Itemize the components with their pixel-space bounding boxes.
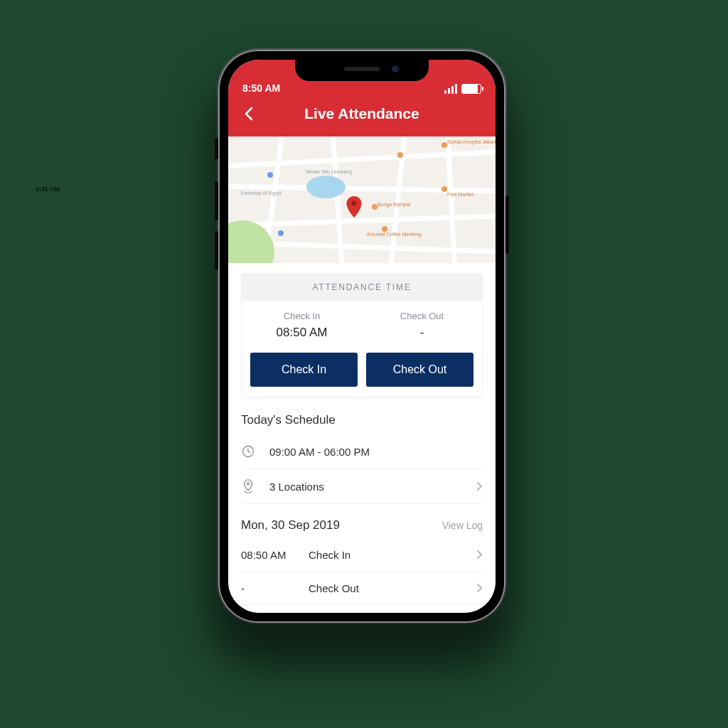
log-date: Mon, 30 Sep 2019 [241,518,340,532]
check-out-label: Check Out [362,311,482,321]
stray-time-label: 9:41 AM [36,186,60,193]
chevron-right-icon [476,583,483,593]
map-poi-label: Taman Situ Lembang [305,169,352,174]
power-button [505,196,509,254]
chevron-right-icon [476,550,483,560]
log-entry-row[interactable]: 08:50 AM Check In [241,538,483,572]
log-entry-action: Check In [309,549,476,561]
location-icon [241,478,269,494]
volume-up-button [215,181,218,220]
svg-point-0 [352,201,357,206]
map-poi-label: Bunga Rampai [378,202,410,207]
chevron-left-icon [244,107,253,121]
check-in-label: Check In [242,311,362,321]
clock-icon [241,444,269,459]
attendance-card: ATTENDANCE TIME Check In 08:50 AM Check … [241,273,483,397]
log-entry-action: Check Out [309,582,476,594]
schedule-hours-text: 09:00 AM - 06:00 PM [269,446,483,458]
map-poi-label: Embassy of Egypt [241,191,281,196]
chevron-right-icon [476,481,483,491]
page-title: Live Attendance [304,105,419,122]
volume-down-button [215,231,218,270]
map-view[interactable]: Bunda Hospital Jakarta Bunga Rampai Anom… [228,136,496,263]
map-poi-label: Flea Market [447,192,473,197]
nav-bar: Live Attendance [228,94,496,134]
log-entry-time: 08:50 AM [241,549,309,561]
log-entry-time: - [241,582,309,594]
notch [295,60,429,81]
content-area: ATTENDANCE TIME Check In 08:50 AM Check … [228,263,496,613]
phone-frame: 8:50 AM Live Attendance [218,50,505,623]
status-time: 8:50 AM [242,82,280,94]
check-out-value: - [362,326,482,340]
schedule-locations-row[interactable]: 3 Locations [241,469,483,504]
check-out-display: Check Out - [362,311,482,340]
view-log-button[interactable]: View Log [442,520,483,531]
check-in-button[interactable]: Check In [250,353,358,387]
attendance-card-header: ATTENDANCE TIME [242,274,482,301]
schedule-locations-text: 3 Locations [269,481,476,493]
schedule-hours-row: 09:00 AM - 06:00 PM [241,434,483,469]
schedule-title: Today's Schedule [241,413,483,427]
mute-switch [215,138,218,159]
battery-icon [461,84,481,94]
map-poi-label: Bunda Hospital Jakarta [447,139,496,144]
signal-icon [444,84,457,94]
svg-point-2 [247,483,249,485]
map-poi-label: Anomali Coffee Menteng [367,232,422,237]
map-pin-icon [346,196,362,218]
check-in-display: Check In 08:50 AM [242,311,362,340]
check-out-button[interactable]: Check Out [366,353,473,387]
log-entry-row[interactable]: - Check Out [241,572,483,605]
check-in-value: 08:50 AM [242,326,362,340]
back-button[interactable] [238,104,258,124]
screen: 8:50 AM Live Attendance [228,60,496,613]
